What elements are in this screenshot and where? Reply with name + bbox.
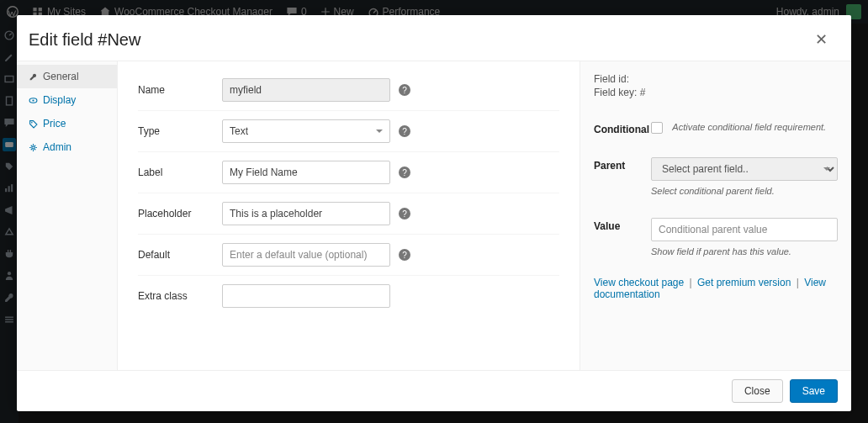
tab-display[interactable]: Display (17, 88, 117, 112)
conditional-label: Conditional (594, 121, 641, 135)
tab-admin[interactable]: Admin (17, 135, 117, 159)
modal-title: Edit field #New (29, 30, 140, 50)
field-key-label: Field key: # (594, 87, 838, 100)
svg-point-18 (32, 99, 34, 101)
modal-tabs: General Display Price Admin (17, 61, 118, 370)
conditional-desc: Activate conditional field requirement. (672, 122, 826, 132)
modal-center-panel: Name ? Type Text ? Label ? Placeholder (118, 61, 580, 370)
tag-icon (29, 119, 38, 129)
placeholder-label: Placeholder (138, 208, 222, 219)
conditional-checkbox[interactable] (651, 122, 663, 134)
tab-general[interactable]: General (17, 65, 117, 88)
close-icon: ✕ (815, 31, 828, 48)
get-premium-link[interactable]: Get premium version (697, 277, 791, 288)
default-label: Default (138, 249, 222, 261)
svg-point-19 (31, 122, 33, 124)
value-hint: Show field if parent has this value. (651, 246, 838, 256)
modal-close-button[interactable]: ✕ (808, 27, 834, 52)
view-checkout-link[interactable]: View checkout page (594, 277, 684, 288)
label-field-label: Label (138, 167, 222, 178)
parent-hint: Select conditional parent field. (651, 186, 838, 196)
svg-point-20 (32, 145, 34, 148)
default-input[interactable] (222, 243, 390, 267)
close-button[interactable]: Close (732, 379, 783, 403)
wrench-icon (29, 72, 38, 82)
value-label: Value (594, 218, 641, 232)
help-icon[interactable]: ? (399, 125, 410, 137)
save-button[interactable]: Save (790, 379, 838, 403)
tab-price-label: Price (43, 118, 66, 130)
side-links: View checkout page | Get premium version… (594, 277, 838, 300)
type-label: Type (138, 125, 222, 137)
label-input[interactable] (222, 161, 390, 184)
modal-footer: Close Save (17, 371, 851, 411)
gear-icon (29, 143, 38, 152)
help-icon[interactable]: ? (399, 167, 410, 178)
extra-class-input[interactable] (222, 284, 390, 308)
eye-icon (29, 96, 38, 105)
parent-label: Parent (594, 157, 641, 172)
help-icon[interactable]: ? (399, 249, 410, 261)
value-input[interactable] (651, 218, 838, 241)
placeholder-input[interactable] (222, 202, 390, 225)
type-select[interactable]: Text (222, 119, 390, 143)
tab-price[interactable]: Price (17, 112, 117, 135)
tab-display-label: Display (43, 94, 76, 106)
edit-field-modal: Edit field #New ✕ General Display Price … (17, 15, 851, 411)
parent-select[interactable]: Select parent field.. (651, 157, 838, 181)
help-icon[interactable]: ? (399, 84, 410, 96)
help-icon[interactable]: ? (399, 208, 410, 219)
name-label: Name (138, 84, 222, 96)
tab-general-label: General (43, 71, 79, 82)
name-input (222, 78, 390, 102)
tab-admin-label: Admin (43, 141, 71, 153)
modal-side-panel: Field id: Field key: # Conditional Activ… (580, 61, 851, 370)
extra-class-label: Extra class (138, 290, 222, 302)
field-id-label: Field id: (594, 73, 838, 87)
